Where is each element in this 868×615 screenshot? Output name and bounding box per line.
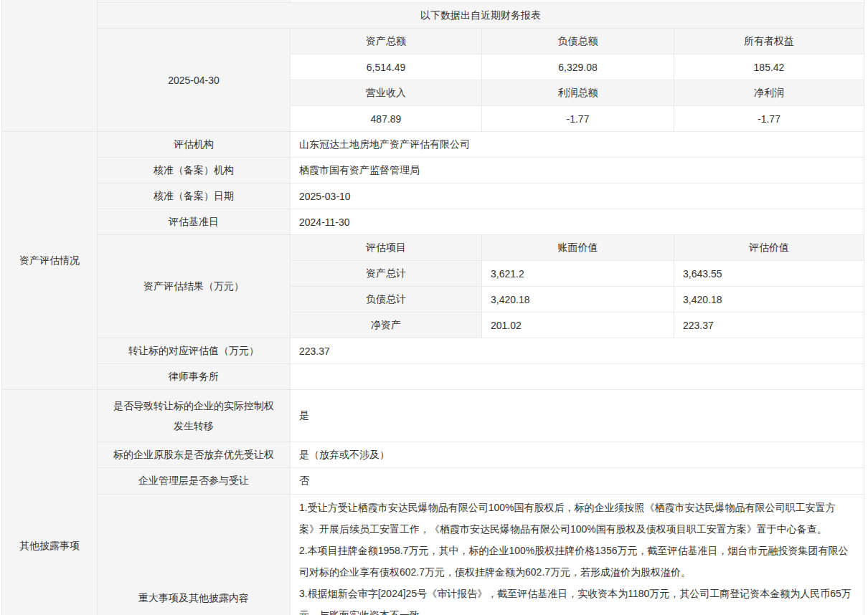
eval-eval-assets: 3,643.55: [674, 261, 864, 287]
label-transfer-eval-value: 转让标的对应评估值（万元）: [98, 338, 291, 364]
value-approval-agency: 栖霞市国有资产监督管理局: [291, 158, 864, 183]
value-law-firm: [291, 364, 864, 390]
fin-header-profit-total: 利润总额: [482, 80, 674, 106]
value-eval-base-date: 2024-11-30: [291, 209, 864, 235]
fin-value-profit-total: -1.77: [482, 106, 674, 132]
eval-item-liabilities: 负债总计: [291, 287, 482, 313]
label-law-firm: 律师事务所: [98, 364, 291, 390]
eval-book-liabilities: 3,420.18: [482, 287, 674, 313]
disclosure-paragraph: 3.根据烟新会审字[2024]25号《审计报告》，截至评估基准日，实收资本为11…: [299, 583, 852, 615]
eval-book-net-assets: 201.02: [482, 313, 674, 338]
value-management-participation: 否: [291, 468, 864, 495]
value-approval-date: 2025-03-10: [291, 183, 864, 209]
label-eval-base-date: 评估基准日: [98, 209, 291, 235]
value-control-transfer: 是: [291, 390, 864, 442]
fin-header-owners-equity: 所有者权益: [674, 29, 864, 54]
label-eval-result: 资产评估结果（万元）: [98, 235, 291, 338]
disclosure-paragraph: 2.本项目挂牌金额1958.7万元，其中，标的企业100%股权挂牌价格1356万…: [299, 540, 852, 583]
eval-item-net-assets: 净资产: [291, 313, 482, 338]
label-control-transfer: 是否导致转让标的企业的实际控制权发生转移: [98, 390, 291, 442]
left-category-spacer-cell: [2, 0, 98, 132]
section-title-asset-eval: 资产评估情况: [2, 132, 98, 390]
value-transfer-eval-value: 223.37: [291, 338, 864, 364]
fin-value-revenue: 487.89: [291, 106, 482, 132]
disclosure-paragraph: 1.受让方受让栖霞市安达民爆物品有限公司100%国有股权后，标的企业须按照《栖霞…: [299, 497, 852, 540]
fin-value-owners-equity: 185.42: [674, 54, 864, 80]
financial-report-date: 2025-04-30: [98, 29, 291, 132]
eval-eval-liabilities: 3,420.18: [674, 287, 864, 313]
fin-value-assets-total: 6,514.49: [291, 54, 482, 80]
value-shareholder-waiver: 是（放弃或不涉及）: [291, 442, 864, 468]
fin-header-net-profit: 净利润: [674, 80, 864, 106]
label-eval-agency: 评估机构: [98, 132, 291, 158]
financial-note: 以下数据出自近期财务报表: [98, 3, 864, 29]
eval-header-book-value: 账面价值: [482, 235, 674, 261]
disclosure-table: 资产评估情况 其他披露事项 以下数据出自近期财务报表 2025-04-30 资产…: [1, 0, 864, 615]
label-approval-date: 核准（备案）日期: [98, 183, 291, 209]
fin-value-net-profit: -1.77: [674, 106, 864, 132]
fin-value-liabilities-total: 6,329.08: [482, 54, 674, 80]
fin-header-assets-total: 资产总额: [291, 29, 482, 54]
value-major-matters: 1.受让方受让栖霞市安达民爆物品有限公司100%国有股权后，标的企业须按照《栖霞…: [291, 495, 864, 615]
fin-header-revenue: 营业收入: [291, 80, 482, 106]
eval-eval-net-assets: 223.37: [674, 313, 864, 338]
fin-header-liabilities-total: 负债总额: [482, 29, 674, 54]
section-title-other-disclosure: 其他披露事项: [2, 390, 98, 615]
label-management-participation: 企业管理层是否参与受让: [98, 468, 291, 495]
eval-item-assets: 资产总计: [291, 261, 482, 287]
eval-book-assets: 3,621.2: [482, 261, 674, 287]
label-major-matters: 重大事项及其他披露内容: [98, 495, 291, 615]
label-shareholder-waiver: 标的企业原股东是否放弃优先受让权: [98, 442, 291, 468]
value-eval-agency: 山东冠达土地房地产资产评估有限公司: [291, 132, 864, 158]
eval-header-item: 评估项目: [291, 235, 482, 261]
label-approval-agency: 核准（备案）机构: [98, 158, 291, 183]
eval-header-eval-value: 评估价值: [674, 235, 864, 261]
